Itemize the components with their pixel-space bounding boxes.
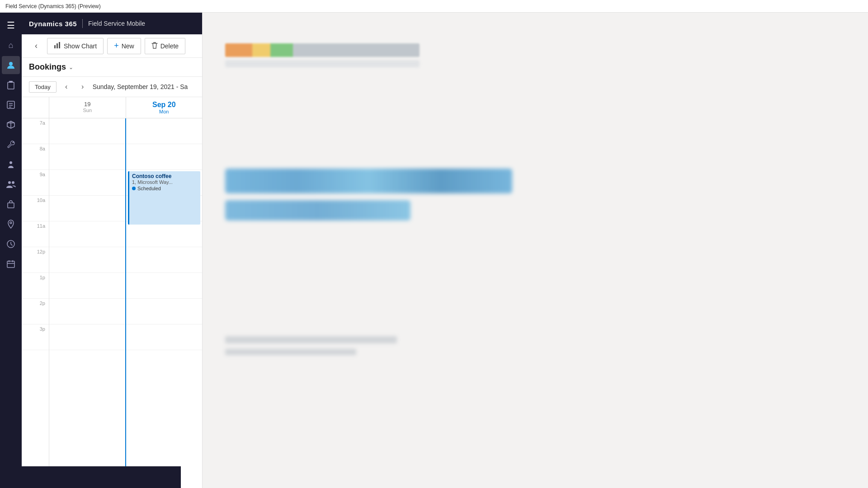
svg-rect-2 [9,81,13,83]
svg-rect-12 [8,203,14,208]
delete-icon [151,42,158,51]
event-status: Scheduled [132,186,198,191]
mon-slot-8a[interactable] [126,144,202,170]
tools-icon[interactable] [2,136,20,154]
sun-slot-10a[interactable] [49,196,125,221]
svg-rect-15 [7,261,14,267]
mon-slot-1p[interactable] [126,273,202,299]
colorbar-orange [225,43,252,57]
blurred-gray-bar-top [225,60,420,67]
nav-brand-bar: Dynamics 365 Field Service Mobile [22,13,202,34]
calendar-container[interactable]: 19 Sun Sep 20 Mon 7a 8a 9a 10a 11a 12p [22,97,202,488]
location-icon[interactable] [2,215,20,233]
show-chart-button[interactable]: Show Chart [47,38,104,54]
calendar-body: 7a 8a 9a 10a 11a 12p 1p 2p 3p [22,118,202,488]
person-icon[interactable] [2,155,20,174]
brand-divider [82,19,83,28]
sun-slot-12p[interactable] [49,247,125,273]
day-num-sun: 19 [51,101,124,108]
clipboard-icon[interactable] [2,76,20,94]
home-icon[interactable]: ⌂ [2,36,20,54]
plus-icon: + [114,41,119,51]
group-icon[interactable] [2,175,20,193]
blurred-title-fs-mobile [225,169,512,193]
time-slot-8a: 8a [22,144,49,170]
colorbar-yellow [252,43,270,57]
blurred-title-windows [225,200,410,221]
delete-button[interactable]: Delete [145,38,185,54]
date-range-text: Sunday, September 19, 2021 - Sa [93,83,188,90]
svg-rect-1 [8,82,14,89]
time-slot-1p: 1p [22,273,49,299]
service-icon[interactable] [2,235,20,253]
blurred-bar-bottom2 [225,349,356,355]
box-icon[interactable] [2,116,20,134]
new-button[interactable]: + New [107,38,141,54]
sun-slot-8a[interactable] [49,144,125,170]
sun-slot-11a[interactable] [49,221,125,247]
mon-slot-11a[interactable] [126,221,202,247]
toolbar: ‹ Show Chart + New Delete [22,34,202,58]
day-num-mon: Sep 20 [128,101,201,109]
delete-label: Delete [160,42,179,50]
sun-slot-7a[interactable] [49,118,125,144]
event-location: 1, Microsoft Way... [132,179,198,185]
mon-slot-3p[interactable] [126,324,202,350]
mon-slot-2p[interactable] [126,299,202,324]
main-panel: Dynamics 365 Field Service Mobile ‹ Show… [22,13,203,488]
bookings-dropdown-chevron[interactable]: ⌄ [69,64,73,70]
day-name-sun: Sun [51,108,124,113]
app-layout: ☰ ⌂ [0,13,868,488]
time-slot-10a: 10a [22,196,49,221]
sun-slot-9a[interactable] [49,170,125,196]
time-slot-11a: 11a [22,221,49,247]
mon-slot-7a[interactable] [126,118,202,144]
svg-point-0 [9,62,13,66]
checklist-icon[interactable] [2,96,20,114]
event-status-text: Scheduled [137,186,161,191]
day-columns-header: 19 Sun Sep 20 Mon [22,97,202,118]
next-date-button[interactable]: › [76,80,89,93]
bookings-header: Bookings ⌄ [22,58,202,77]
svg-point-13 [10,222,12,224]
svg-point-9 [9,161,12,164]
colorbar-gray [293,43,420,57]
time-slot-3p: 3p [22,324,49,350]
svg-rect-19 [54,45,56,48]
back-button[interactable]: ‹ [29,39,43,53]
package-icon[interactable] [2,195,20,213]
bookings-title: Bookings [29,62,66,72]
contact-icon[interactable] [2,56,20,74]
svg-point-11 [12,181,14,184]
svg-point-10 [8,181,11,184]
mon-slot-12p[interactable] [126,247,202,273]
day-columns: Contoso coffee 1, Microsoft Way... Sched… [49,118,202,488]
time-slot-7a: 7a [22,118,49,144]
status-dot [132,187,136,190]
title-text: Field Service (Dynamics 365) (Preview) [5,3,101,9]
blurred-bar-bottom1 [225,336,397,343]
sun-slot-3p[interactable] [49,324,125,350]
sun-slot-1p[interactable] [49,273,125,299]
title-bar: Field Service (Dynamics 365) (Preview) [0,0,868,13]
time-column: 7a 8a 9a 10a 11a 12p 1p 2p 3p [22,118,49,488]
sidebar: ☰ ⌂ [0,13,22,488]
show-chart-label: Show Chart [64,42,97,50]
prev-date-button[interactable]: ‹ [60,80,73,93]
menu-icon[interactable]: ☰ [2,16,20,34]
bottom-bar [0,466,181,488]
new-label: New [122,42,134,50]
brand-subtitle: Field Service Mobile [88,20,145,27]
calendar-small-icon[interactable] [2,255,20,273]
colorbar-green [270,43,293,57]
today-button[interactable]: Today [29,81,57,93]
chart-icon [54,42,61,51]
calendar-nav: Today ‹ › Sunday, September 19, 2021 - S… [22,77,202,97]
day-column-sun [49,118,125,488]
time-gutter-header [22,97,49,118]
svg-rect-20 [57,43,58,48]
event-title: Contoso coffee [132,173,198,179]
day-name-mon: Mon [128,109,201,114]
sun-slot-2p[interactable] [49,299,125,324]
calendar-event[interactable]: Contoso coffee 1, Microsoft Way... Sched… [128,171,200,225]
